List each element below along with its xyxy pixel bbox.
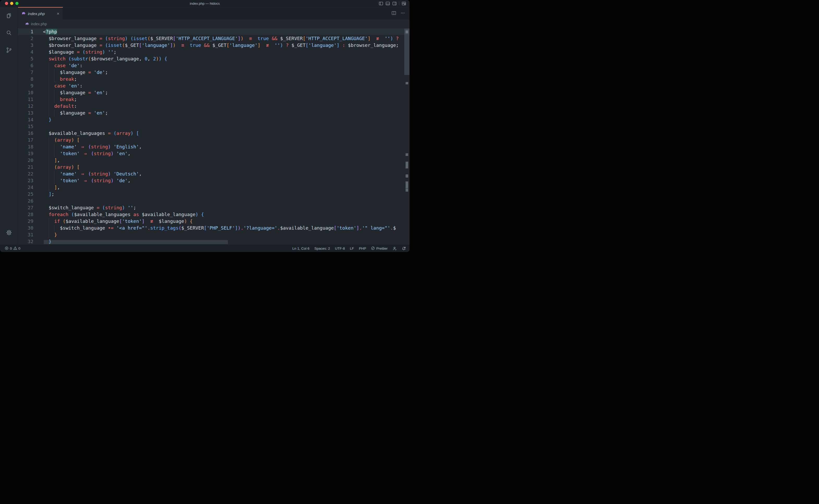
code-token: 'English'	[114, 144, 139, 149]
code-line[interactable]: 11 break;	[18, 96, 410, 103]
code-editor[interactable]: 1<?php2 $browser_language = (string) (is…	[18, 28, 410, 245]
code-token	[111, 171, 114, 177]
code-token: )	[280, 42, 283, 48]
code-line[interactable]: 31 }	[18, 231, 410, 238]
problems-status[interactable]: 0 0	[5, 246, 20, 251]
code-line-text: 'token' ⇒ (string) 'en',	[43, 150, 130, 157]
accounts-icon[interactable]	[392, 247, 397, 251]
code-line[interactable]: 12 default:	[18, 103, 410, 110]
code-token: {	[190, 218, 193, 224]
code-line[interactable]: 20 ],	[18, 157, 410, 164]
cursor-position-status[interactable]: Ln 1, Col 6	[292, 247, 309, 250]
encoding-status[interactable]: UTF-8	[335, 247, 345, 250]
code-token: (	[88, 56, 91, 61]
code-line[interactable]: 30 $switch_language •= '<a href="'.strip…	[18, 225, 410, 231]
code-line[interactable]: 19 'token' ⇒ (string) 'en',	[18, 150, 410, 157]
code-line[interactable]: 8 break;	[18, 76, 410, 83]
code-line[interactable]: 25 ];	[18, 191, 410, 198]
window-title: index.php — htdocs	[0, 2, 410, 5]
language-mode-status[interactable]: PHP	[359, 247, 366, 250]
toggle-secondary-sidebar-icon[interactable]	[392, 1, 397, 6]
code-token: [	[303, 36, 305, 41]
indent-guide	[54, 171, 54, 177]
code-line[interactable]: 2 $browser_language = (string) (isset($_…	[18, 35, 410, 42]
code-line[interactable]: 13 $language = 'en';	[18, 110, 410, 116]
code-token	[88, 151, 91, 156]
breadcrumb[interactable]: index.php	[18, 20, 410, 28]
code-token: $available_language	[280, 225, 334, 231]
toggle-panel-icon[interactable]	[385, 1, 390, 6]
code-line[interactable]: 4 $language = (string) '';	[18, 49, 410, 55]
code-token: $switch_language	[43, 225, 108, 231]
code-line[interactable]: 17 (array) [	[18, 137, 410, 143]
settings-gear-icon[interactable]	[0, 224, 18, 241]
code-token: $_GET	[125, 42, 139, 48]
code-line[interactable]: 29 if ($available_language['token'] ≢ $l…	[18, 218, 410, 225]
code-line-text: 'token' ⇒ (string) 'de',	[43, 177, 130, 184]
tab-close-icon[interactable]: ×	[56, 11, 60, 16]
code-token: (	[71, 212, 74, 217]
code-token: $_SERVER	[280, 36, 303, 41]
titlebar: index.php — htdocs	[0, 0, 410, 7]
indentation-status[interactable]: Spaces: 2	[314, 247, 330, 250]
code-token: )	[241, 36, 243, 41]
indent-guide	[49, 89, 49, 96]
close-window-button[interactable]	[5, 2, 8, 5]
code-token: 'en'	[94, 90, 105, 95]
code-line[interactable]: 9 case 'en':	[18, 83, 410, 89]
vertical-scrollbar-slider[interactable]	[404, 29, 410, 75]
line-number: 6	[18, 62, 33, 69]
code-token: ,	[128, 151, 130, 156]
code-token: =	[108, 130, 111, 136]
code-line[interactable]: 7 $language = 'de';	[18, 69, 410, 76]
code-line[interactable]: 26	[18, 198, 410, 204]
line-number: 8	[18, 76, 33, 83]
code-line[interactable]: 28 foreach ($available_languages as $ava…	[18, 211, 410, 218]
code-line[interactable]: 18 'name' ⇒ (string) 'English',	[18, 143, 410, 150]
code-line[interactable]: 3 $browser_language = (isset($_GET['lang…	[18, 42, 410, 49]
code-token: array	[57, 137, 71, 143]
code-token	[339, 42, 342, 48]
explorer-icon[interactable]	[0, 7, 18, 24]
code-token: ]	[336, 42, 339, 48]
source-control-icon[interactable]	[0, 41, 18, 59]
code-line[interactable]: 1<?php	[18, 28, 410, 35]
code-token: ,	[57, 157, 60, 163]
code-token: (	[105, 42, 108, 48]
code-line[interactable]: 24 ],	[18, 184, 410, 191]
code-line[interactable]: 23 'token' ⇒ (string) 'de',	[18, 177, 410, 184]
code-line-text: $browser_language = (isset($_GET['langua…	[43, 42, 399, 49]
warnings-icon	[13, 246, 17, 251]
horizontal-scrollbar[interactable]	[44, 240, 228, 244]
split-editor-icon[interactable]	[391, 11, 396, 16]
formatter-status[interactable]: Prettier	[371, 246, 387, 251]
code-token: foreach	[49, 212, 68, 217]
code-token: :	[80, 83, 83, 89]
code-line[interactable]: 6 case 'de':	[18, 62, 410, 69]
search-icon[interactable]	[0, 24, 18, 41]
code-token: 'token'	[122, 218, 142, 224]
customize-layout-icon[interactable]	[402, 1, 406, 6]
tab-index-php[interactable]: index.php ×	[18, 7, 63, 20]
code-line[interactable]: 15	[18, 123, 410, 130]
more-actions-icon[interactable]	[400, 11, 405, 16]
line-number: 5	[18, 55, 33, 62]
code-token	[60, 218, 63, 224]
code-line-text: $switch_language •= '<a href="'.strip_ta…	[43, 225, 396, 231]
indent-guide	[54, 143, 54, 150]
toggle-sidebar-icon[interactable]	[379, 1, 383, 6]
code-line[interactable]: 5 switch (substr($browser_language, 0, 2…	[18, 55, 410, 62]
indent-guide	[49, 184, 49, 191]
code-line[interactable]: 27 $switch_language = (string) '';	[18, 204, 410, 211]
code-line[interactable]: 16 $available_languages = (array) [	[18, 130, 410, 137]
zoom-window-button[interactable]	[15, 2, 18, 5]
code-line[interactable]: 10 $language = 'en';	[18, 89, 410, 96]
code-line[interactable]: 22 'name' ⇒ (string) 'Deutsch',	[18, 171, 410, 177]
code-line-text: switch (substr($browser_language, 0, 2))…	[43, 55, 167, 62]
code-line[interactable]: 14 }	[18, 116, 410, 123]
eol-status[interactable]: LF	[350, 247, 354, 250]
minimize-window-button[interactable]	[10, 2, 13, 5]
vertical-scrollbar[interactable]	[404, 28, 410, 245]
code-line[interactable]: 21 (array) [	[18, 164, 410, 171]
notifications-bell-icon[interactable]	[402, 247, 406, 251]
